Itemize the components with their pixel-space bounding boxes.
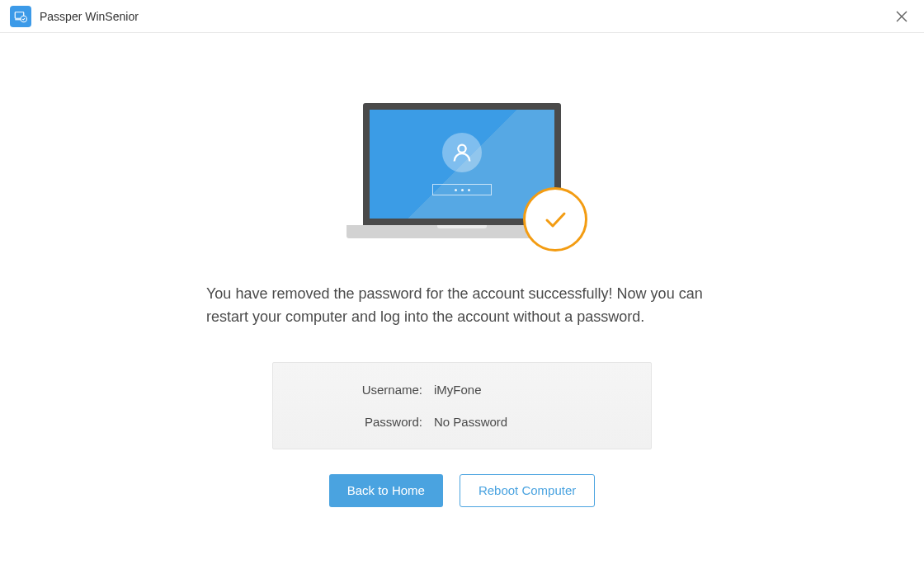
username-label: Username: bbox=[298, 383, 434, 397]
password-label: Password: bbox=[298, 415, 434, 429]
password-value: No Password bbox=[434, 415, 507, 429]
user-avatar-icon bbox=[442, 133, 482, 172]
button-row: Back to Home Reboot Computer bbox=[329, 474, 596, 507]
account-info-box: Username: iMyFone Password: No Password bbox=[272, 362, 652, 449]
app-title: Passper WinSenior bbox=[40, 10, 139, 23]
close-icon bbox=[896, 11, 908, 22]
username-value: iMyFone bbox=[434, 383, 482, 397]
close-button[interactable] bbox=[889, 4, 914, 29]
password-row: Password: No Password bbox=[298, 415, 626, 429]
success-illustration bbox=[346, 103, 578, 243]
back-to-home-button[interactable]: Back to Home bbox=[329, 474, 443, 507]
password-field-icon bbox=[432, 184, 492, 195]
success-message: You have removed the password for the ac… bbox=[206, 283, 718, 329]
username-row: Username: iMyFone bbox=[298, 383, 626, 397]
reboot-computer-button[interactable]: Reboot Computer bbox=[460, 474, 595, 507]
svg-point-5 bbox=[458, 145, 465, 153]
success-check-icon bbox=[523, 187, 587, 252]
main-content: You have removed the password for the ac… bbox=[0, 33, 924, 507]
titlebar: Passper WinSenior bbox=[0, 0, 924, 33]
app-logo-icon bbox=[10, 6, 31, 27]
